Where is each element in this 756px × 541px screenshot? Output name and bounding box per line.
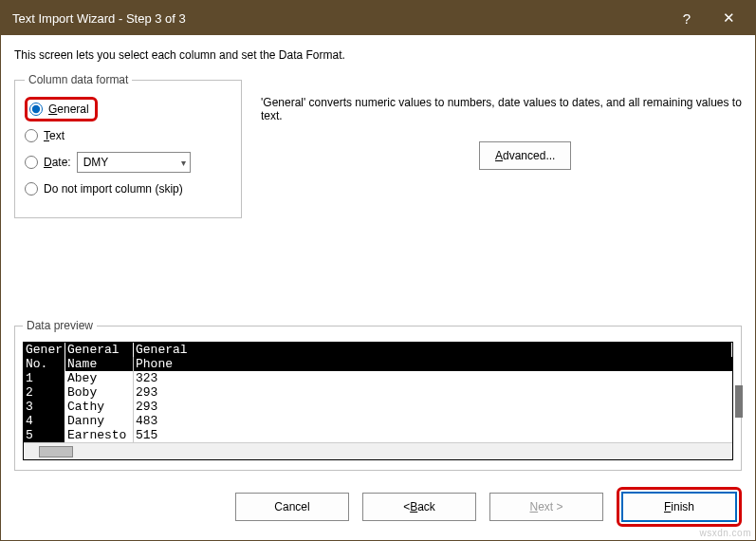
radio-general-label[interactable]: General bbox=[48, 103, 89, 116]
window-title: Text Import Wizard - Step 3 of 3 bbox=[12, 11, 666, 26]
finish-button[interactable]: Finish bbox=[622, 493, 736, 521]
radio-general[interactable] bbox=[29, 103, 43, 116]
cell: Earnesto bbox=[65, 428, 134, 442]
date-format-value: DMY bbox=[83, 156, 109, 169]
cell: 293 bbox=[134, 400, 732, 414]
table-row: 3 Cathy 293 bbox=[24, 400, 732, 414]
chevron-down-icon: ▾ bbox=[181, 158, 186, 168]
cell: Phone bbox=[134, 357, 732, 371]
preview-column-headers: Gener General General bbox=[24, 343, 732, 357]
cell: 483 bbox=[134, 414, 732, 428]
cell: Cathy bbox=[65, 400, 134, 414]
col-header[interactable]: Gener bbox=[24, 343, 65, 357]
preview-legend: Data preview bbox=[23, 319, 97, 332]
titlebar: Text Import Wizard - Step 3 of 3 ? ✕ bbox=[1, 1, 755, 35]
close-icon[interactable]: ✕ bbox=[708, 4, 749, 32]
dialog-buttons: Cancel < Back Next > Finish bbox=[235, 487, 742, 527]
watermark: wsxdn.com bbox=[699, 528, 751, 538]
cell: Name bbox=[65, 357, 134, 371]
col-header[interactable]: General bbox=[65, 343, 134, 357]
scrollbar-thumb[interactable] bbox=[39, 446, 73, 457]
next-button: Next > bbox=[489, 493, 603, 521]
cell: 5 bbox=[24, 428, 65, 442]
finish-highlight: Finish bbox=[617, 487, 742, 527]
cell: Boby bbox=[65, 385, 134, 400]
radio-skip[interactable] bbox=[25, 182, 38, 196]
help-icon[interactable]: ? bbox=[666, 4, 708, 32]
cell: 323 bbox=[134, 371, 732, 385]
format-description-pane: 'General' converts numeric values to num… bbox=[261, 73, 742, 170]
general-highlight: General bbox=[25, 97, 98, 121]
radio-skip-label[interactable]: Do not import column (skip) bbox=[44, 182, 183, 196]
table-row: 2 Boby 293 bbox=[24, 385, 732, 400]
advanced-button[interactable]: Advanced... bbox=[479, 141, 571, 170]
col-header[interactable]: General bbox=[134, 343, 732, 357]
preview-rows: No. Name Phone 1 Abey 323 2 Boby 293 3 C… bbox=[24, 357, 732, 442]
radio-date[interactable] bbox=[25, 156, 38, 169]
column-data-format-group: Column data format General Text Date: DM… bbox=[14, 73, 242, 218]
table-row: 4 Danny 483 bbox=[24, 414, 732, 428]
column-format-legend: Column data format bbox=[25, 73, 132, 86]
table-row: No. Name Phone bbox=[24, 357, 732, 371]
data-preview-group: Data preview Gener General General No. N… bbox=[14, 319, 742, 471]
date-format-select[interactable]: DMY ▾ bbox=[77, 152, 191, 173]
cell: 4 bbox=[24, 414, 65, 428]
intro-text: This screen lets you select each column … bbox=[14, 48, 742, 62]
cell: 3 bbox=[24, 400, 65, 414]
format-description: 'General' converts numeric values to num… bbox=[261, 96, 742, 122]
radio-text-label[interactable]: Text bbox=[44, 129, 65, 142]
cell: 515 bbox=[134, 428, 732, 442]
cancel-button[interactable]: Cancel bbox=[235, 493, 349, 521]
cell: 1 bbox=[24, 371, 65, 385]
cell: Abey bbox=[65, 371, 134, 385]
radio-text[interactable] bbox=[25, 129, 38, 142]
vertical-scroll-handle[interactable] bbox=[735, 385, 743, 418]
radio-date-label[interactable]: Date: bbox=[44, 156, 71, 169]
preview-grid: Gener General General No. Name Phone 1 A… bbox=[23, 342, 733, 460]
horizontal-scrollbar[interactable] bbox=[24, 442, 732, 459]
cell: 293 bbox=[134, 385, 732, 400]
table-row: 5 Earnesto 515 bbox=[24, 428, 732, 442]
table-row: 1 Abey 323 bbox=[24, 371, 732, 385]
cell: 2 bbox=[24, 385, 65, 400]
back-button[interactable]: < Back bbox=[362, 493, 476, 521]
dialog-content: This screen lets you select each column … bbox=[1, 35, 755, 540]
cell: No. bbox=[24, 357, 65, 371]
cell: Danny bbox=[65, 414, 134, 428]
